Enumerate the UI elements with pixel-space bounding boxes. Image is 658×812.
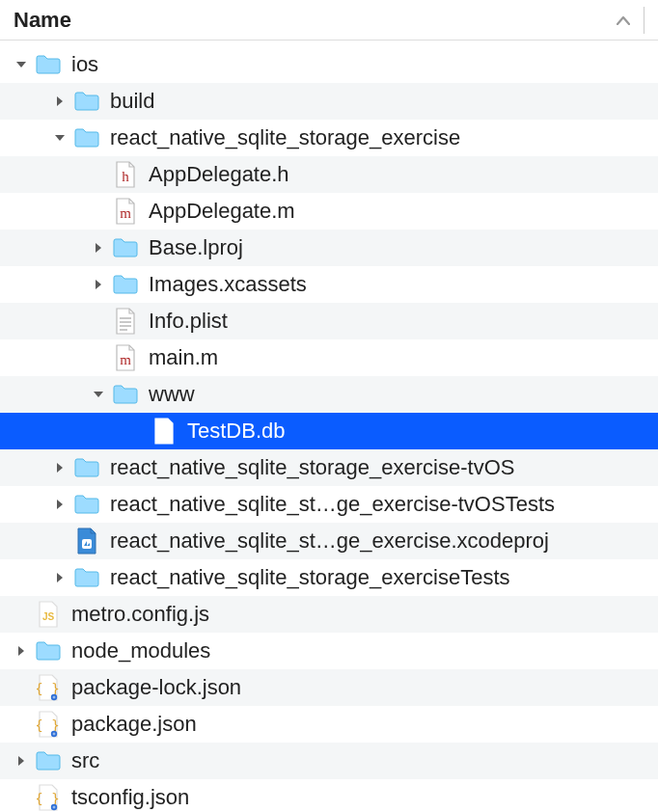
tree-row-label: build [110,89,154,114]
sort-indicator-icon[interactable] [617,15,630,25]
disclosure-triangle-icon[interactable] [46,95,73,108]
tree-row[interactable]: react_native_sqlite_st…ge_exercise.xcode… [0,523,658,559]
disclosure-triangle-icon[interactable] [46,461,73,474]
column-title: Name [14,8,71,33]
svg-text:JS: JS [42,611,55,622]
tree-row-label: node_modules [71,638,210,663]
tree-row-label: ios [71,52,98,77]
tree-row-label: Images.xcassets [149,272,307,297]
file-json-icon: { } [35,674,62,701]
folder-icon [73,491,100,518]
tree-row-label: react_native_sqlite_storage_exercise-tvO… [110,455,514,480]
file-m-icon: m [112,198,139,225]
tree-row[interactable]: node_modules [0,633,658,669]
tree-row-label: src [71,748,99,773]
svg-text:{ }: { } [37,791,60,806]
tree-row[interactable]: build [0,83,658,120]
column-header[interactable]: Name [0,0,658,41]
tree-row-label: package.json [71,712,197,737]
tree-row-label: www [149,382,195,407]
file-tree: ios build react_native_sqlite_storage_ex… [0,41,658,812]
file-xcodeproj-icon [73,528,100,555]
disclosure-triangle-icon[interactable] [46,498,73,511]
file-h-icon: h [112,161,139,188]
tree-row[interactable]: TestDB.db [0,413,658,449]
folder-icon [112,234,139,261]
disclosure-triangle-icon[interactable] [85,278,112,291]
disclosure-triangle-icon[interactable] [46,131,73,145]
folder-icon [73,88,100,115]
svg-text:m: m [120,352,131,367]
tree-row-label: TestDB.db [187,419,286,444]
disclosure-triangle-icon[interactable] [8,754,35,768]
tree-row-label: tsconfig.json [71,785,189,810]
folder-icon [112,381,139,408]
folder-icon [35,51,62,78]
tree-row-label: main.m [149,345,218,370]
folder-icon [73,124,100,151]
file-json-icon: { } [35,711,62,738]
tree-row[interactable]: www [0,376,658,413]
folder-icon [35,637,62,664]
file-json-icon: { } [35,784,62,811]
svg-text:m: m [120,205,131,221]
tree-row[interactable]: Images.xcassets [0,266,658,303]
tree-row[interactable]: ios [0,46,658,83]
disclosure-triangle-icon[interactable] [85,388,112,401]
tree-row-label: Base.lproj [149,235,243,260]
svg-text:{ }: { } [37,717,60,733]
tree-row[interactable]: react_native_sqlite_st…ge_exercise-tvOST… [0,486,658,523]
file-db-icon [151,418,178,445]
folder-icon [73,454,100,481]
tree-row[interactable]: { } package-lock.json [0,669,658,706]
tree-row[interactable]: react_native_sqlite_storage_exercise [0,120,658,156]
tree-row[interactable]: react_native_sqlite_storage_exerciseTest… [0,559,658,596]
disclosure-triangle-icon[interactable] [8,644,35,658]
tree-row-label: AppDelegate.m [149,199,295,224]
tree-row[interactable]: Base.lproj [0,230,658,266]
svg-text:h: h [122,169,129,184]
header-divider [644,7,644,34]
tree-row[interactable]: m AppDelegate.m [0,193,658,230]
tree-row[interactable]: src [0,743,658,779]
tree-row[interactable]: { } tsconfig.json [0,779,658,812]
tree-row-label: Info.plist [149,309,228,334]
disclosure-triangle-icon[interactable] [85,241,112,255]
disclosure-triangle-icon[interactable] [46,571,73,584]
folder-icon [35,747,62,774]
file-m-icon: m [112,344,139,371]
tree-row-label: react_native_sqlite_storage_exerciseTest… [110,565,510,590]
tree-row[interactable]: react_native_sqlite_storage_exercise-tvO… [0,449,658,486]
tree-row-label: package-lock.json [71,675,241,700]
tree-row-label: AppDelegate.h [149,162,289,187]
tree-row-label: metro.config.js [71,602,209,627]
disclosure-triangle-icon[interactable] [8,58,35,71]
tree-row-label: react_native_sqlite_storage_exercise [110,125,460,150]
header-right [617,7,644,34]
svg-text:{ }: { } [37,681,60,696]
folder-icon [73,564,100,591]
tree-row-label: react_native_sqlite_st…ge_exercise-tvOST… [110,492,555,517]
tree-row[interactable]: h AppDelegate.h [0,156,658,193]
tree-row[interactable]: JS metro.config.js [0,596,658,633]
tree-row[interactable]: m main.m [0,339,658,376]
folder-icon [112,271,139,298]
tree-row[interactable]: { } package.json [0,706,658,743]
file-plist-icon [112,308,139,335]
tree-row-label: react_native_sqlite_st…ge_exercise.xcode… [110,528,549,554]
file-js-icon: JS [35,601,62,628]
tree-row[interactable]: Info.plist [0,303,658,339]
